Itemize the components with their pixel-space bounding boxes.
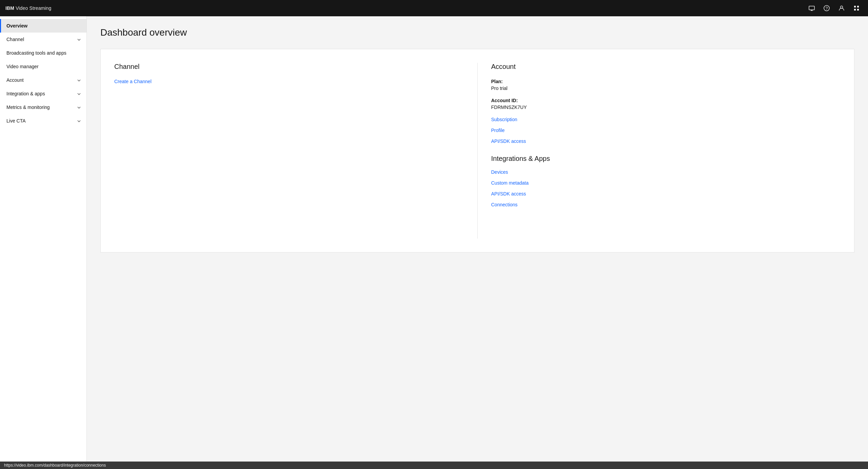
app-layout: Overview Channel Broadcasting tools and … bbox=[0, 16, 868, 469]
sidebar-item-live-cta[interactable]: Live CTA bbox=[0, 114, 86, 128]
account-id-value: FDRMNSZK7UY bbox=[491, 105, 841, 110]
subscription-link[interactable]: Subscription bbox=[491, 117, 841, 122]
api-sdk-integration-link[interactable]: API/SDK access bbox=[491, 191, 841, 196]
connections-link[interactable]: Connections bbox=[491, 202, 841, 207]
sidebar-item-channel[interactable]: Channel bbox=[0, 33, 86, 46]
svg-text:?: ? bbox=[826, 6, 828, 11]
page-title: Dashboard overview bbox=[100, 27, 854, 38]
topnav: IBM Video Streaming ? bbox=[0, 0, 868, 16]
dashboard-card: Channel Create a Channel Account Plan: P… bbox=[100, 49, 854, 252]
user-button[interactable] bbox=[835, 2, 848, 14]
statusbar-url: https://video.ibm.com/dashboard/integrat… bbox=[4, 463, 106, 468]
chevron-down-icon bbox=[77, 91, 81, 96]
profile-link[interactable]: Profile bbox=[491, 128, 841, 133]
account-section-title: Account bbox=[491, 63, 841, 71]
svg-rect-0 bbox=[809, 6, 814, 10]
svg-rect-9 bbox=[857, 9, 859, 11]
svg-rect-7 bbox=[857, 6, 859, 7]
sidebar-item-account[interactable]: Account bbox=[0, 73, 86, 87]
ibm-label: IBM bbox=[5, 5, 14, 11]
chevron-down-icon bbox=[77, 118, 81, 123]
chevron-down-icon bbox=[77, 105, 81, 110]
help-icon: ? bbox=[823, 5, 830, 12]
main-content: Dashboard overview Channel Create a Chan… bbox=[87, 16, 868, 469]
sidebar: Overview Channel Broadcasting tools and … bbox=[0, 16, 87, 469]
topnav-actions: ? bbox=[806, 2, 863, 14]
sidebar-item-metrics[interactable]: Metrics & monitoring bbox=[0, 100, 86, 114]
product-label: Video Streaming bbox=[16, 5, 51, 11]
devices-link[interactable]: Devices bbox=[491, 169, 841, 175]
help-button[interactable]: ? bbox=[821, 2, 833, 14]
screen-share-button[interactable] bbox=[806, 2, 818, 14]
chevron-down-icon bbox=[77, 78, 81, 82]
sidebar-item-broadcasting[interactable]: Broadcasting tools and apps bbox=[0, 46, 86, 60]
plan-label: Plan: bbox=[491, 79, 841, 84]
svg-rect-8 bbox=[854, 9, 856, 11]
sidebar-item-video-manager[interactable]: Video manager bbox=[0, 60, 86, 73]
channel-section-title: Channel bbox=[114, 63, 464, 71]
create-channel-link[interactable]: Create a Channel bbox=[114, 79, 464, 84]
screen-icon bbox=[808, 5, 815, 12]
account-id-label: Account ID: bbox=[491, 98, 841, 103]
chevron-down-icon bbox=[77, 37, 81, 42]
integrations-section-title: Integrations & Apps bbox=[491, 155, 841, 163]
apps-grid-icon bbox=[853, 5, 860, 12]
svg-rect-6 bbox=[854, 6, 856, 7]
channel-section: Channel Create a Channel bbox=[114, 63, 477, 239]
apps-button[interactable] bbox=[850, 2, 863, 14]
topnav-brand-area: IBM Video Streaming bbox=[5, 5, 51, 11]
plan-value: Pro trial bbox=[491, 86, 841, 91]
statusbar: https://video.ibm.com/dashboard/integrat… bbox=[0, 462, 868, 469]
account-integrations-section: Account Plan: Pro trial Account ID: FDRM… bbox=[477, 63, 841, 239]
sidebar-item-integration[interactable]: Integration & apps bbox=[0, 87, 86, 100]
api-sdk-account-link[interactable]: API/SDK access bbox=[491, 138, 841, 144]
custom-metadata-link[interactable]: Custom metadata bbox=[491, 180, 841, 186]
app-brand: IBM Video Streaming bbox=[5, 5, 51, 11]
sidebar-item-overview[interactable]: Overview bbox=[0, 19, 86, 33]
user-icon bbox=[838, 5, 845, 12]
